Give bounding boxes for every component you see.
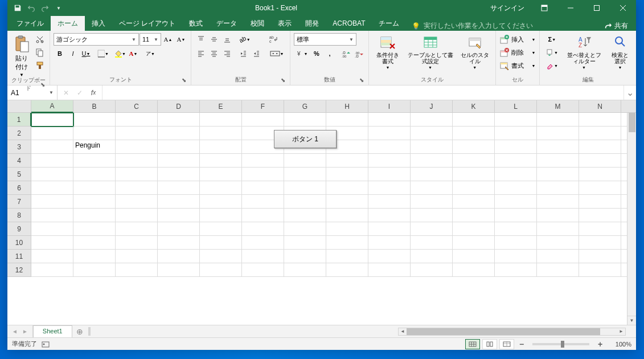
cell-J10[interactable] (411, 236, 453, 250)
formula-input[interactable] (102, 85, 624, 100)
cell-styles-button[interactable]: セルのスタイル▼ (457, 33, 492, 71)
formula-cancel-icon[interactable]: ✕ (61, 88, 71, 98)
find-select-button[interactable]: 検索と選択▼ (608, 33, 633, 71)
underline-button[interactable]: U▼ (80, 47, 92, 60)
clipboard-launcher-icon[interactable]: ⬊ (39, 81, 46, 88)
tab-acrobat[interactable]: ACROBAT (326, 16, 372, 31)
fill-color-button[interactable]: ▼ (114, 47, 126, 60)
column-header-F[interactable]: F (242, 100, 284, 113)
cell-C2[interactable] (116, 127, 158, 140)
delete-cells-button[interactable]: 削除▼ (499, 46, 536, 59)
decrease-decimal-icon[interactable]: .00.0 (352, 47, 365, 60)
column-header-E[interactable]: E (200, 100, 242, 113)
cell-H4[interactable] (326, 154, 368, 168)
row-header-2[interactable]: 2 (7, 127, 31, 140)
cell-D5[interactable] (158, 168, 200, 181)
percent-style-button[interactable]: % (310, 47, 323, 60)
cell-M10[interactable] (537, 236, 579, 250)
insert-cells-button[interactable]: 挿入▼ (499, 33, 536, 46)
cell-C1[interactable] (116, 113, 158, 127)
cell-I11[interactable] (368, 250, 411, 263)
cell-K12[interactable] (453, 263, 495, 277)
column-header-H[interactable]: H (326, 100, 368, 113)
cell-B6[interactable] (73, 181, 116, 195)
cell-N3[interactable] (579, 140, 621, 154)
sort-filter-button[interactable]: AZ 並べ替えとフィルター▼ (561, 33, 606, 71)
cell-N9[interactable] (579, 222, 621, 236)
cell-I9[interactable] (368, 222, 411, 236)
border-button[interactable]: ▼ (97, 47, 109, 60)
cell-M3[interactable] (537, 140, 579, 154)
comma-style-button[interactable]: , (323, 47, 336, 60)
fill-button[interactable]: ▼ (543, 46, 560, 59)
cell-F12[interactable] (242, 263, 284, 277)
cell-H12[interactable] (326, 263, 368, 277)
font-launcher-icon[interactable]: ⬊ (181, 77, 187, 84)
cell-D2[interactable] (158, 127, 200, 140)
cell-E1[interactable] (200, 113, 242, 127)
cell-H10[interactable] (326, 236, 368, 250)
cell-M7[interactable] (537, 195, 579, 209)
cell-B7[interactable] (73, 195, 116, 209)
column-header-A[interactable]: A (31, 100, 73, 113)
cell-E10[interactable] (200, 236, 242, 250)
increase-indent-icon[interactable] (250, 47, 262, 60)
row-header-9[interactable]: 9 (7, 222, 31, 236)
cell-D7[interactable] (158, 195, 200, 209)
cell-A3[interactable] (31, 140, 73, 154)
cell-N5[interactable] (579, 168, 621, 181)
cell-D9[interactable] (158, 222, 200, 236)
cell-K5[interactable] (453, 168, 495, 181)
cell-M11[interactable] (537, 250, 579, 263)
undo-icon[interactable] (26, 2, 37, 14)
cell-N4[interactable] (579, 154, 621, 168)
cell-A1[interactable] (31, 113, 73, 127)
scroll-right-icon[interactable]: ► (617, 328, 625, 335)
align-right-icon[interactable] (221, 47, 233, 60)
cell-J6[interactable] (411, 181, 453, 195)
cell-G6[interactable] (284, 181, 326, 195)
bold-button[interactable]: B (54, 47, 66, 60)
select-all-corner[interactable] (7, 100, 31, 113)
column-header-G[interactable]: G (284, 100, 326, 113)
cell-G4[interactable] (284, 154, 326, 168)
increase-font-icon[interactable]: A▲ (162, 33, 174, 46)
share-button[interactable]: 共有 (598, 21, 634, 31)
row-header-4[interactable]: 4 (7, 154, 31, 168)
cell-A9[interactable] (31, 222, 73, 236)
row-header-11[interactable]: 11 (7, 250, 31, 263)
cell-I10[interactable] (368, 236, 411, 250)
cell-L1[interactable] (495, 113, 537, 127)
cell-C11[interactable] (116, 250, 158, 263)
cell-C5[interactable] (116, 168, 158, 181)
cell-D12[interactable] (158, 263, 200, 277)
copy-icon[interactable] (34, 46, 46, 59)
tab-file[interactable]: ファイル (10, 16, 51, 31)
cell-I8[interactable] (368, 209, 411, 222)
cell-E5[interactable] (200, 168, 242, 181)
conditional-formatting-button[interactable]: 条件付き書式▼ (372, 33, 403, 71)
cell-J7[interactable] (411, 195, 453, 209)
cell-L4[interactable] (495, 154, 537, 168)
cell-N12[interactable] (579, 263, 621, 277)
cell-A10[interactable] (31, 236, 73, 250)
cell-F11[interactable] (242, 250, 284, 263)
column-header-M[interactable]: M (537, 100, 579, 113)
cell-B8[interactable] (73, 209, 116, 222)
cell-F7[interactable] (242, 195, 284, 209)
cell-D11[interactable] (158, 250, 200, 263)
cell-G5[interactable] (284, 168, 326, 181)
cell-K6[interactable] (453, 181, 495, 195)
cell-J12[interactable] (411, 263, 453, 277)
zoom-slider-thumb[interactable] (561, 341, 564, 348)
phonetic-guide-button[interactable]: ア▼ (144, 47, 157, 60)
cell-H5[interactable] (326, 168, 368, 181)
font-name-combo[interactable]: 游ゴシック▼ (54, 33, 139, 46)
column-header-D[interactable]: D (158, 100, 200, 113)
column-header-N[interactable]: N (579, 100, 621, 113)
tab-developer[interactable]: 開発 (298, 16, 326, 31)
number-launcher-icon[interactable]: ⬊ (358, 77, 365, 84)
cell-E9[interactable] (200, 222, 242, 236)
cell-M1[interactable] (537, 113, 579, 127)
cell-E3[interactable] (200, 140, 242, 154)
